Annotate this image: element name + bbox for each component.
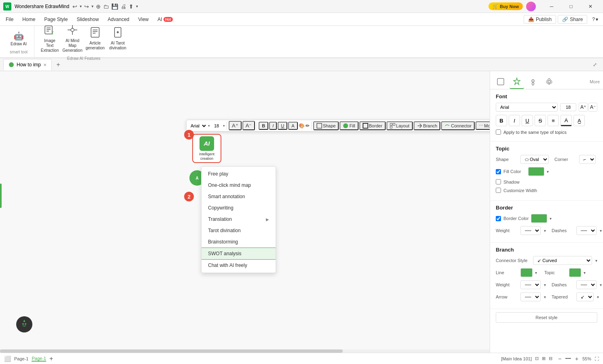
shape-select[interactable]: ⬭ Oval — [520, 155, 549, 164]
close-button[interactable]: ✕ — [581, 0, 600, 13]
fill-color-checkbox[interactable] — [496, 169, 501, 174]
italic-button[interactable]: I — [269, 122, 277, 130]
redo-dropdown[interactable]: ▾ — [91, 4, 93, 8]
font-size-input[interactable] — [211, 123, 222, 128]
toolbar-image-text-extraction[interactable]: T Image Text Extraction — [39, 23, 60, 55]
toolbar-article-generation[interactable]: Article generation — [85, 23, 106, 55]
ctx-free-play[interactable]: Free play — [202, 168, 276, 180]
connector-style-select[interactable]: ↙ Curved — [533, 256, 592, 265]
open-folder-icon[interactable]: 🗀 — [103, 3, 109, 10]
branch-line-color[interactable] — [520, 268, 533, 277]
user-avatar[interactable] — [526, 2, 536, 11]
ctx-smart-annotation[interactable]: Smart annotation — [202, 191, 276, 202]
bold-format-button[interactable]: B — [496, 115, 507, 126]
tab-add-button[interactable]: + — [53, 60, 63, 70]
share-button[interactable]: 🔗 Share — [558, 15, 587, 24]
redo-icon[interactable]: ↪ — [84, 3, 89, 10]
font-color-button[interactable]: A — [288, 122, 297, 130]
connector-style-dropdown[interactable]: ▾ — [595, 258, 597, 263]
menu-home[interactable]: Home — [18, 15, 39, 24]
connector-button[interactable]: Connector — [441, 121, 475, 130]
toolbar-ai-mindmap[interactable]: AI Mind Map Generation — [62, 23, 83, 55]
overview-icon[interactable]: ⊟ — [549, 356, 552, 361]
buy-now-button[interactable]: 🛒 Buy Now — [488, 2, 523, 10]
grow-font-button[interactable]: A⁺ — [229, 121, 242, 130]
grid-icon[interactable]: ⊞ — [542, 356, 546, 361]
panel-tab-style[interactable] — [493, 74, 508, 89]
border-color-box[interactable] — [531, 214, 547, 223]
fill-button[interactable]: Fill — [340, 121, 358, 130]
ctx-copywriting[interactable]: Copywriting — [202, 202, 276, 214]
publish-button[interactable]: 📤 Publish — [524, 15, 556, 24]
menu-file[interactable]: File — [2, 15, 17, 24]
decrease-font-button[interactable]: A⁻ — [588, 103, 597, 112]
canvas-scrollbar[interactable] — [0, 349, 490, 353]
border-weight-select[interactable]: ── — [520, 226, 541, 235]
border-color-dropdown[interactable]: ▾ — [550, 216, 552, 221]
branch-arrow-dropdown[interactable]: ▾ — [544, 295, 546, 299]
italic-format-button[interactable]: I — [509, 115, 520, 126]
shadow-checkbox[interactable] — [496, 179, 501, 184]
font-size-dropdown[interactable]: ▾ — [223, 124, 225, 128]
tab-how-to-imp[interactable]: How to imp ✕ — [3, 59, 52, 70]
increase-font-button[interactable]: A⁺ — [579, 103, 588, 112]
corner-select[interactable]: ⌐ — [579, 155, 596, 164]
font-family-select-panel[interactable]: Arial — [496, 103, 558, 112]
ctx-brainstorming[interactable]: Brainstorming — [202, 236, 276, 248]
toolbar-ai-tarot[interactable]: ✦ AI Tarot divination — [107, 23, 128, 55]
panel-tab-location[interactable] — [526, 74, 540, 89]
branch-weight-dropdown[interactable]: ▾ — [544, 283, 546, 287]
strikethrough-format-button[interactable]: S — [535, 115, 546, 126]
branch-weight-select[interactable]: ── — [520, 280, 541, 289]
underline-format-button[interactable]: U — [522, 115, 533, 126]
zoom-out-button[interactable]: − — [556, 355, 564, 363]
toolbar-edraw-ai[interactable]: 🤖 Edraw AI — [8, 30, 29, 48]
apply-same-type-checkbox[interactable] — [496, 129, 501, 135]
font-family-select[interactable]: Arial — [188, 122, 207, 129]
ctx-one-click-mindmap[interactable]: One-click mind map — [202, 180, 276, 191]
fullscreen-icon[interactable]: ⛶ — [595, 356, 599, 361]
branch-arrow-select[interactable]: ── — [520, 292, 541, 301]
ai-assistant-button[interactable] — [16, 316, 32, 332]
canvas-area[interactable]: Arial ▾ ▾ A⁺ A⁻ B I U A 🎨 ✏ Shape Fill — [0, 71, 490, 353]
ai-node[interactable]: AI intelligent creation — [192, 134, 221, 163]
tab-expand-icon[interactable]: ⤢ — [590, 60, 600, 70]
fill-color-box[interactable] — [528, 167, 544, 176]
brush-icon[interactable]: ✏ — [306, 123, 310, 129]
print-icon[interactable]: 🖨 — [121, 3, 126, 10]
undo-dropdown[interactable]: ▾ — [80, 4, 82, 8]
ctx-translation[interactable]: Translation ▶ — [202, 214, 276, 225]
panel-tab-ai[interactable] — [510, 74, 524, 89]
save-icon[interactable]: 💾 — [111, 3, 118, 10]
color-picker-icon[interactable]: 🎨 — [299, 123, 305, 129]
align-format-button[interactable]: ≡ — [548, 115, 559, 126]
customize-width-checkbox[interactable] — [496, 188, 501, 193]
panel-tab-settings[interactable] — [542, 74, 556, 89]
menu-view[interactable]: View — [134, 15, 153, 24]
ctx-chat-with-ai[interactable]: Chat with AI freely — [202, 260, 276, 271]
layout-button[interactable]: Layout — [386, 121, 413, 130]
shape-button[interactable]: Shape — [313, 121, 339, 130]
undo-icon[interactable]: ↩ — [72, 3, 77, 10]
border-color-checkbox[interactable] — [496, 216, 501, 221]
menu-ai[interactable]: AI Hot — [153, 15, 176, 24]
border-dashes-dropdown[interactable]: ▾ — [600, 229, 602, 233]
new-tab-icon[interactable]: ⊕ — [96, 3, 101, 10]
branch-tapered-dropdown[interactable]: ▾ — [597, 295, 599, 299]
border-button[interactable]: Border — [359, 121, 386, 130]
ctx-tarot-divination[interactable]: Tarot divination — [202, 225, 276, 236]
fill-color-dropdown[interactable]: ▾ — [547, 169, 549, 174]
branch-dashes-select[interactable]: ── — [576, 280, 597, 289]
canvas-scrollbar-thumb[interactable] — [0, 349, 343, 353]
bold-button[interactable]: B — [259, 122, 268, 130]
reset-style-button[interactable]: Reset style — [496, 312, 597, 323]
branch-dashes-dropdown[interactable]: ▾ — [600, 283, 602, 287]
branch-topic-color[interactable] — [569, 268, 581, 277]
branch-line-dropdown[interactable]: ▾ — [535, 271, 537, 275]
more-button[interactable]: ⋯ More — [476, 121, 490, 130]
ctx-swot-analysis[interactable]: SWOT analysis — [202, 248, 276, 260]
fit-icon[interactable]: ⊡ — [535, 356, 539, 361]
underline-button[interactable]: U — [278, 122, 287, 130]
tab-close-icon[interactable]: ✕ — [43, 63, 47, 67]
sidebar-toggle-icon[interactable]: ⬜ — [4, 356, 11, 362]
